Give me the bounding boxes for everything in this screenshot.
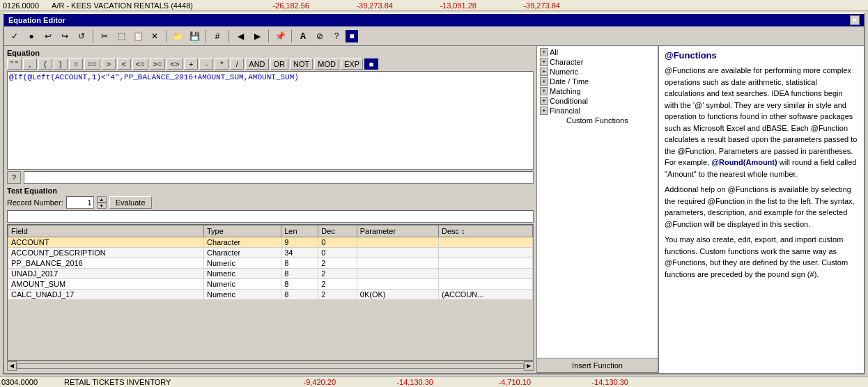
table-row[interactable]: ACCOUNT_DESCRIPTIONCharacter340	[8, 248, 533, 258]
toolbar-sep1	[93, 30, 93, 42]
right-panel-para1: @Functions are available for performing …	[665, 65, 858, 180]
toolbar-cut-btn[interactable]: ✂	[97, 29, 112, 44]
op-lparen[interactable]: (	[38, 58, 52, 70]
tree-item-numeric[interactable]: +Numeric	[538, 67, 656, 77]
table-row[interactable]: ACCOUNTCharacter90	[8, 237, 533, 248]
tree-item-character[interactable]: +Character	[538, 57, 656, 67]
scroll-left[interactable]: ◀	[7, 361, 17, 371]
op-mod[interactable]: MOD	[314, 58, 339, 70]
toolbar-no-btn[interactable]: ⊘	[312, 29, 327, 44]
record-number-input[interactable]	[66, 196, 94, 209]
right-panel-title: @Functions	[665, 50, 858, 61]
tree-item-financial[interactable]: +Financial	[538, 106, 656, 116]
toolbar-save-btn[interactable]: 💾	[187, 29, 202, 44]
tree-item-date---time[interactable]: +Date / Time	[538, 77, 656, 86]
toolbar-sep5	[268, 30, 269, 42]
bottom-col5: -4,710.10	[468, 378, 531, 386]
th-field: Field	[8, 226, 204, 237]
tree-item-label: Date / Time	[550, 77, 589, 86]
tree-item-label: Financial	[550, 106, 580, 115]
toolbar-prev-btn[interactable]: ◀	[233, 29, 248, 44]
hint-button[interactable]: ?	[7, 171, 21, 184]
op-eq[interactable]: =	[69, 58, 83, 70]
right-panel-para2: Additional help on @Functions is availab…	[665, 184, 858, 230]
toolbar-copy-btn[interactable]: ⬚	[114, 29, 129, 44]
test-label: Test Equation	[7, 187, 534, 195]
hint-input[interactable]	[24, 171, 534, 184]
op-gte[interactable]: >=	[150, 58, 166, 70]
editor-close-button[interactable]: ✕	[850, 15, 860, 25]
toolbar-hash-btn[interactable]: #	[210, 29, 225, 44]
op-div[interactable]: /	[230, 58, 244, 70]
toolbar-delete-btn[interactable]: ✕	[147, 29, 162, 44]
toolbar-open-btn[interactable]: 📁	[170, 29, 185, 44]
op-quote[interactable]: " "	[7, 58, 22, 70]
op-box[interactable]: ■	[364, 58, 378, 70]
table-row[interactable]: PP_BALANCE_2016Numeric82	[8, 258, 533, 269]
table-row[interactable]: UNADJ_2017Numeric82	[8, 269, 533, 279]
toolbar-redo-btn[interactable]: ↪	[57, 29, 72, 44]
tree-item-label: All	[550, 48, 558, 56]
top-col3: -26,182.56	[247, 1, 309, 10]
op-neq[interactable]: <>	[166, 58, 183, 70]
tree-item-label: Numeric	[550, 68, 578, 76]
op-comma[interactable]: ,	[23, 58, 37, 70]
op-plus[interactable]: +	[184, 58, 198, 70]
toolbar-next-btn[interactable]: ▶	[249, 29, 265, 44]
toolbar-circle-btn[interactable]: ●	[24, 29, 39, 44]
op-minus[interactable]: -	[199, 58, 213, 70]
op-exp[interactable]: EXP	[341, 58, 363, 70]
tree-item-custom-functions[interactable]: Custom Functions	[538, 116, 656, 125]
toolbar-font-btn[interactable]: A	[295, 29, 311, 44]
bottom-col3: -9,420.20	[273, 378, 336, 386]
op-lte[interactable]: <=	[132, 58, 148, 70]
table-header-row: Field Type Len Dec Parameter Desc ↕	[8, 226, 533, 237]
tree-expand-icon: +	[540, 58, 548, 66]
table-scroll-row: ◀ ▶	[7, 361, 534, 370]
editor-toolbar: ✓ ● ↩ ↪ ↺ ✂ ⬚ 📋 ✕ 📁 💾 # ◀ ▶ 📌 A ⊘ ? ■	[4, 26, 864, 46]
tree-item-label: Character	[550, 58, 583, 66]
result-input[interactable]	[7, 210, 534, 223]
equation-textarea[interactable]: @If(@Left(ACCOUNT,1)<"4",PP_BALANCE_2016…	[7, 71, 534, 170]
op-or[interactable]: OR	[270, 58, 289, 70]
scroll-bar[interactable]	[17, 363, 524, 369]
toolbar-check-btn[interactable]: ✓	[7, 29, 22, 44]
toolbar-pin-btn[interactable]: 📌	[272, 29, 288, 44]
fields-table-container: Field Type Len Dec Parameter Desc ↕ ACCO…	[7, 224, 534, 361]
op-mul[interactable]: *	[215, 58, 228, 70]
fields-table: Field Type Len Dec Parameter Desc ↕ ACCO…	[8, 225, 533, 300]
op-gt[interactable]: >	[102, 58, 116, 70]
top-col4: -39,273.84	[330, 1, 393, 10]
editor-body: Equation " " , ( ) = == > < <= >= <>	[4, 46, 864, 373]
scroll-right[interactable]: ▶	[524, 361, 534, 371]
op-and[interactable]: AND	[245, 58, 268, 70]
tree-item-all[interactable]: +All	[538, 47, 656, 57]
test-section: Test Equation Record Number: ▲ ▼ Evaluat…	[7, 187, 534, 224]
th-type: Type	[203, 226, 281, 237]
th-dec: Dec	[318, 226, 357, 237]
table-row[interactable]: CALC_UNADJ_17Numeric820K(OK)(ACCOUN...	[8, 290, 533, 300]
op-lt[interactable]: <	[117, 58, 131, 70]
tree-expand-icon: +	[540, 77, 548, 86]
toolbar-undo-btn[interactable]: ↩	[40, 29, 56, 44]
top-col1: 0126.0000	[3, 1, 52, 10]
highlight-round: @Round(Amount)	[711, 158, 777, 166]
spinner-down[interactable]: ▼	[97, 203, 107, 209]
editor-title-bar: Equation Editor ✕	[4, 14, 864, 26]
insert-function-button[interactable]: Insert Function	[537, 358, 658, 373]
test-row: Record Number: ▲ ▼ Evaluate	[7, 196, 534, 209]
evaluate-button[interactable]: Evaluate	[109, 196, 152, 209]
op-not[interactable]: NOT	[290, 58, 313, 70]
right-panel: @Functions @Functions are available for …	[658, 46, 864, 373]
toolbar-extra-btn[interactable]: ■	[346, 30, 358, 42]
toolbar-paste-btn[interactable]: 📋	[130, 29, 146, 44]
table-row[interactable]: AMOUNT_SUMNumeric82	[8, 279, 533, 290]
spinner-up[interactable]: ▲	[97, 196, 107, 203]
op-rparen[interactable]: )	[54, 58, 68, 70]
tree-item-conditional[interactable]: +Conditional	[538, 96, 656, 106]
toolbar-refresh-btn[interactable]: ↺	[74, 29, 89, 44]
toolbar-help-btn[interactable]: ?	[329, 29, 344, 44]
tree-expand-icon: +	[540, 87, 548, 95]
op-eqeq[interactable]: ==	[84, 58, 100, 70]
tree-item-matching[interactable]: +Matching	[538, 86, 656, 96]
